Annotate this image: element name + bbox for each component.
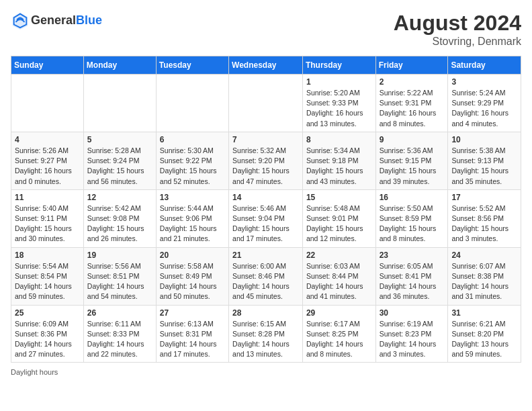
table-row: 18 Sunrise: 5:54 AMSunset: 8:54 PMDaylig… [11,247,84,305]
day-info: Sunrise: 5:28 AMSunset: 9:24 PMDaylight:… [87,146,152,187]
table-row: 19 Sunrise: 5:56 AMSunset: 8:51 PMDaylig… [83,247,156,305]
day-number: 27 [160,308,225,318]
page-header: GeneralBlue August 2024 Stovring, Denmar… [11,11,521,48]
day-info: Sunrise: 5:50 AMSunset: 8:59 PMDaylight:… [380,203,445,244]
calendar-week-row: 11 Sunrise: 5:40 AMSunset: 9:11 PMDaylig… [11,189,521,247]
day-number: 3 [451,77,517,87]
table-row: 12 Sunrise: 5:42 AMSunset: 9:08 PMDaylig… [83,189,156,247]
footer: Daylight hours [11,368,521,376]
footer-label: Daylight hours [11,368,58,376]
table-row: 9 Sunrise: 5:36 AMSunset: 9:15 PMDayligh… [375,132,448,189]
calendar-week-row: 1 Sunrise: 5:20 AMSunset: 9:33 PMDayligh… [11,75,521,132]
day-number: 28 [232,308,299,318]
day-number: 2 [380,77,445,87]
day-info: Sunrise: 5:30 AMSunset: 9:22 PMDaylight:… [160,146,225,187]
day-info: Sunrise: 6:07 AMSunset: 8:38 PMDaylight:… [451,261,517,302]
logo-general: General [31,13,76,27]
table-row: 17 Sunrise: 5:52 AMSunset: 8:56 PMDaylig… [448,189,521,247]
day-info: Sunrise: 6:03 AMSunset: 8:44 PMDaylight:… [306,261,372,302]
table-row: 8 Sunrise: 5:34 AMSunset: 9:18 PMDayligh… [302,132,375,189]
day-number: 11 [15,193,80,202]
table-row [11,75,84,132]
day-info: Sunrise: 5:44 AMSunset: 9:06 PMDaylight:… [160,203,225,244]
table-row: 29 Sunrise: 6:17 AMSunset: 8:25 PMDaylig… [302,305,375,363]
day-info: Sunrise: 5:32 AMSunset: 9:20 PMDaylight:… [232,146,299,187]
day-info: Sunrise: 5:22 AMSunset: 9:31 PMDaylight:… [380,88,445,129]
day-number: 12 [87,193,152,202]
day-info: Sunrise: 5:52 AMSunset: 8:56 PMDaylight:… [451,203,517,244]
day-info: Sunrise: 5:38 AMSunset: 9:13 PMDaylight:… [451,146,517,187]
day-number: 4 [15,135,80,144]
calendar-header-row: Sunday Monday Tuesday Wednesday Thursday… [11,56,521,75]
table-row: 24 Sunrise: 6:07 AMSunset: 8:38 PMDaylig… [448,247,521,305]
day-number: 15 [306,193,372,202]
table-row: 20 Sunrise: 5:58 AMSunset: 8:49 PMDaylig… [156,247,228,305]
day-info: Sunrise: 6:00 AMSunset: 8:46 PMDaylight:… [232,261,299,302]
logo: GeneralBlue [11,11,102,30]
calendar-table: Sunday Monday Tuesday Wednesday Thursday… [11,56,521,363]
day-number: 21 [232,250,299,260]
day-number: 10 [451,135,517,144]
day-number: 17 [451,193,517,202]
day-number: 14 [232,193,299,202]
day-info: Sunrise: 6:11 AMSunset: 8:33 PMDaylight:… [87,319,152,360]
table-row: 21 Sunrise: 6:00 AMSunset: 8:46 PMDaylig… [229,247,303,305]
table-row [156,75,228,132]
day-number: 22 [306,250,372,260]
day-number: 13 [160,193,225,202]
header-monday: Monday [83,56,156,75]
header-saturday: Saturday [448,56,521,75]
table-row: 27 Sunrise: 6:13 AMSunset: 8:31 PMDaylig… [156,305,228,363]
day-info: Sunrise: 5:56 AMSunset: 8:51 PMDaylight:… [87,261,152,302]
calendar-week-row: 18 Sunrise: 5:54 AMSunset: 8:54 PMDaylig… [11,247,521,305]
day-number: 7 [232,135,299,144]
day-number: 5 [87,135,152,144]
day-info: Sunrise: 6:09 AMSunset: 8:36 PMDaylight:… [15,319,80,360]
day-number: 18 [15,250,80,260]
day-number: 19 [87,250,152,260]
day-info: Sunrise: 6:19 AMSunset: 8:23 PMDaylight:… [380,319,445,360]
day-info: Sunrise: 6:15 AMSunset: 8:28 PMDaylight:… [232,319,299,360]
day-number: 6 [160,135,225,144]
day-number: 25 [15,308,80,318]
day-info: Sunrise: 5:46 AMSunset: 9:04 PMDaylight:… [232,203,299,244]
table-row: 1 Sunrise: 5:20 AMSunset: 9:33 PMDayligh… [302,75,375,132]
month-year-title: August 2024 [394,11,521,36]
day-number: 16 [380,193,445,202]
day-info: Sunrise: 5:34 AMSunset: 9:18 PMDaylight:… [306,146,372,187]
table-row [229,75,303,132]
day-info: Sunrise: 5:36 AMSunset: 9:15 PMDaylight:… [380,146,445,187]
table-row: 14 Sunrise: 5:46 AMSunset: 9:04 PMDaylig… [229,189,303,247]
logo-text: GeneralBlue [31,13,102,28]
header-thursday: Thursday [302,56,375,75]
day-info: Sunrise: 5:58 AMSunset: 8:49 PMDaylight:… [160,261,225,302]
day-info: Sunrise: 6:13 AMSunset: 8:31 PMDaylight:… [160,319,225,360]
day-number: 26 [87,308,152,318]
day-number: 8 [306,135,372,144]
calendar-week-row: 4 Sunrise: 5:26 AMSunset: 9:27 PMDayligh… [11,132,521,189]
table-row: 7 Sunrise: 5:32 AMSunset: 9:20 PMDayligh… [229,132,303,189]
table-row [83,75,156,132]
table-row: 5 Sunrise: 5:28 AMSunset: 9:24 PMDayligh… [83,132,156,189]
day-info: Sunrise: 6:21 AMSunset: 8:20 PMDaylight:… [451,319,517,360]
title-area: August 2024 Stovring, Denmark [394,11,521,48]
day-number: 30 [380,308,445,318]
table-row: 3 Sunrise: 5:24 AMSunset: 9:29 PMDayligh… [448,75,521,132]
table-row: 15 Sunrise: 5:48 AMSunset: 9:01 PMDaylig… [302,189,375,247]
table-row: 10 Sunrise: 5:38 AMSunset: 9:13 PMDaylig… [448,132,521,189]
day-info: Sunrise: 5:24 AMSunset: 9:29 PMDaylight:… [451,88,517,129]
location-subtitle: Stovring, Denmark [394,36,521,48]
day-info: Sunrise: 5:42 AMSunset: 9:08 PMDaylight:… [87,203,152,244]
day-info: Sunrise: 5:40 AMSunset: 9:11 PMDaylight:… [15,203,80,244]
header-sunday: Sunday [11,56,84,75]
logo-icon [11,11,30,30]
table-row: 22 Sunrise: 6:03 AMSunset: 8:44 PMDaylig… [302,247,375,305]
table-row: 31 Sunrise: 6:21 AMSunset: 8:20 PMDaylig… [448,305,521,363]
day-number: 29 [306,308,372,318]
day-info: Sunrise: 5:26 AMSunset: 9:27 PMDaylight:… [15,146,80,187]
table-row: 6 Sunrise: 5:30 AMSunset: 9:22 PMDayligh… [156,132,228,189]
table-row: 11 Sunrise: 5:40 AMSunset: 9:11 PMDaylig… [11,189,84,247]
day-number: 20 [160,250,225,260]
table-row: 26 Sunrise: 6:11 AMSunset: 8:33 PMDaylig… [83,305,156,363]
day-info: Sunrise: 5:20 AMSunset: 9:33 PMDaylight:… [306,88,372,129]
